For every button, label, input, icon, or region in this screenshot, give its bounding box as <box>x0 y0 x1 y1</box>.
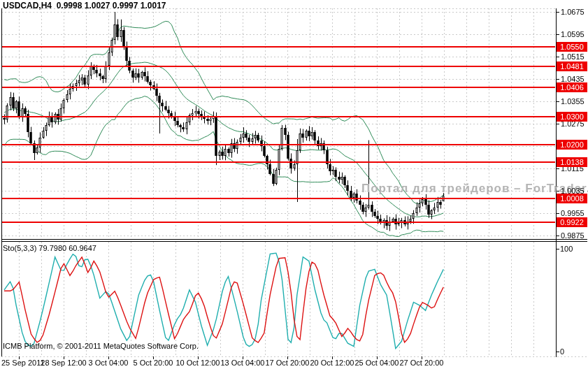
copyright-text: ICMB Platform, © 2001-2011 MetaQuotes So… <box>3 342 199 351</box>
red-level-price-label: 1.0200 <box>557 140 587 150</box>
red-level-price-label: 1.0550 <box>557 42 587 52</box>
price-axis-label: 1.0355 <box>561 97 585 106</box>
indicator-label: Sto(5,3,3) 79.7980 60.9647 <box>3 244 96 253</box>
date-axis-label[interactable]: 27 Oct 20:00 <box>400 359 444 367</box>
red-level-price-label: 1.0406 <box>557 82 587 92</box>
date-axis-label[interactable]: 10 Oct 12:00 <box>176 359 220 367</box>
price-axis-label: 1.0675 <box>561 8 585 16</box>
mt4-chart-window: USDCAD,H4 0.9998 1.0027 0.9997 1.0017 По… <box>0 0 588 369</box>
price-axis-label: 0.9875 <box>561 231 585 240</box>
date-axis-label[interactable]: 17 Oct 20:00 <box>266 359 310 367</box>
price-axis-label: 1.0515 <box>561 52 585 61</box>
red-level-price-label: 1.0008 <box>557 194 587 203</box>
date-axis-label[interactable]: 25 Sep 2011 <box>1 359 45 367</box>
chart-title: USDCAD,H4 0.9998 1.0027 0.9997 1.0017 <box>3 1 166 10</box>
price-axis-label: 0.9955 <box>561 209 585 217</box>
date-axis-label[interactable]: 20 Oct 12:00 <box>310 359 354 367</box>
date-axis-label[interactable]: 5 Oct 20:00 <box>134 359 173 367</box>
indicator-axis-label: 100 <box>560 245 573 253</box>
indicator-axis-label: 0 <box>560 347 564 356</box>
red-level-price-label: 1.0481 <box>557 62 587 71</box>
red-level-price-label: 1.0300 <box>557 112 587 122</box>
date-axis-label[interactable]: 13 Oct 04:00 <box>221 359 265 367</box>
price-axis-label: 1.0595 <box>561 30 585 38</box>
red-level-price-label: 1.0138 <box>557 157 587 167</box>
date-axis-label[interactable]: 3 Oct 04:00 <box>89 359 129 367</box>
date-axis-label[interactable]: 28 Sep 12:00 <box>41 359 86 367</box>
watermark-text: Портал для трейдеров – ForTrader.ru <box>361 184 588 193</box>
date-axis-label[interactable]: 25 Oct 04:00 <box>355 359 399 367</box>
red-level-price-label: 0.9922 <box>557 217 587 227</box>
